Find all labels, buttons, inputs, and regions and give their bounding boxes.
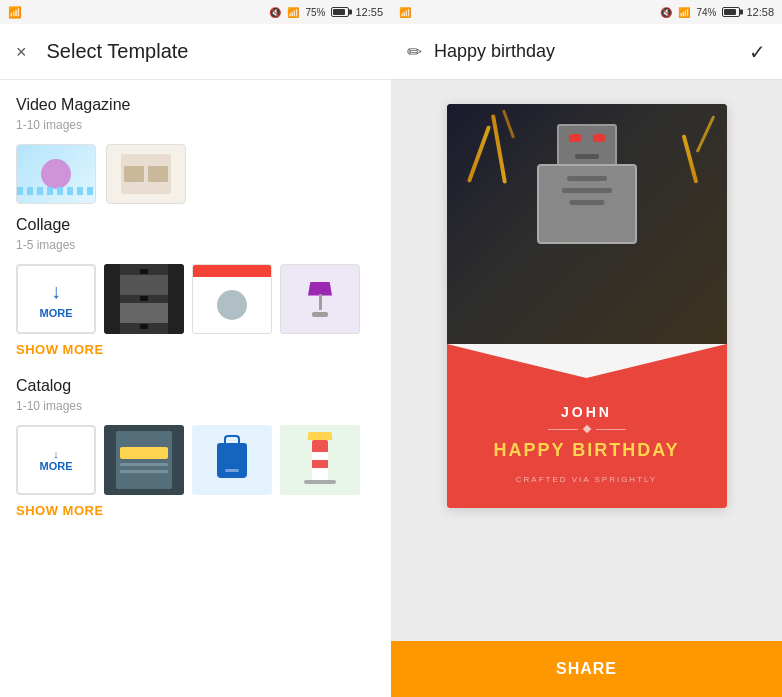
card-recipient-name: JOHN <box>463 404 711 420</box>
catalog-show-more[interactable]: SHOW MORE <box>16 503 375 518</box>
left-battery-percent: 75% <box>305 7 325 18</box>
left-time: 12:55 <box>355 6 383 18</box>
fridge-shelf-1 <box>120 463 168 466</box>
right-header: ✏ Happy birthday ✓ <box>391 24 782 80</box>
card-envelope: JOHN HAPPY BIRTHDAY CRAFTED VIA SPRIGHTL… <box>447 344 727 508</box>
template-thumb-chair[interactable] <box>192 264 272 334</box>
lamp-shape <box>310 282 330 317</box>
section-video-magazine: Video Magazine 1-10 images <box>16 96 375 204</box>
page-title: Select Template <box>47 40 189 63</box>
template-thumb-film[interactable] <box>104 264 184 334</box>
right-signal-icon: 📶 <box>678 7 690 18</box>
signal-icon: 📶 <box>287 7 299 18</box>
bag-shape <box>217 443 247 478</box>
lamp-base <box>312 312 328 317</box>
wifi-icon: 📶 <box>8 6 22 19</box>
robot-body <box>537 164 637 244</box>
chair-circle <box>217 290 247 320</box>
film-image-1 <box>120 275 168 295</box>
chair-top-bar <box>193 265 271 277</box>
left-status-right: 🔇 📶 75% 12:55 <box>269 6 383 18</box>
divider-line-right <box>596 429 626 430</box>
catalog-thumbs-row: ↓ MORE <box>16 425 375 495</box>
left-status-icons: 📶 <box>8 6 22 19</box>
card-preview-area: JOHN HAPPY BIRTHDAY CRAFTED VIA SPRIGHTL… <box>391 80 782 641</box>
fridge-body <box>116 431 172 489</box>
confirm-button[interactable]: ✓ <box>749 40 766 64</box>
right-status-right: 🔇 📶 74% 12:58 <box>660 6 774 18</box>
right-panel: 📶 🔇 📶 74% 12:58 ✏ Happy birthday ✓ <box>391 0 782 697</box>
section-subtitle-catalog: 1-10 images <box>16 399 375 413</box>
mute-icon: 🔇 <box>269 7 281 18</box>
section-subtitle-video-magazine: 1-10 images <box>16 118 375 132</box>
card-crafted-text: CRAFTED VIA SPRIGHTLY <box>463 475 711 484</box>
lighthouse-body <box>312 440 328 480</box>
envelope-flap-white <box>447 344 727 384</box>
template-thumb-bag[interactable] <box>192 425 272 495</box>
video-magazine-thumbs <box>16 144 375 204</box>
vm-thumb-inner <box>121 154 171 194</box>
template-thumb-fridge[interactable] <box>104 425 184 495</box>
right-battery-percent: 74% <box>696 7 716 18</box>
robot-head <box>557 124 617 169</box>
share-button-label: SHARE <box>556 660 617 678</box>
robot-eye-right <box>593 134 605 142</box>
lighthouse-light <box>308 432 332 440</box>
card-body-text: JOHN HAPPY BIRTHDAY CRAFTED VIA SPRIGHTL… <box>447 384 727 508</box>
bag-handle <box>224 435 240 443</box>
right-wifi-icon: 📶 <box>399 7 411 18</box>
card-divider <box>463 426 711 432</box>
catalog-download-icon: ↓ <box>53 448 59 460</box>
catalog-more-button[interactable]: ↓ MORE <box>16 425 96 495</box>
card-title: Happy birthday <box>434 41 555 62</box>
right-mute-icon: 🔇 <box>660 7 672 18</box>
edit-icon: ✏ <box>407 41 422 63</box>
section-title-catalog: Catalog <box>16 377 375 395</box>
film-hole-3 <box>140 324 148 329</box>
collage-thumbs-row: ↓ MORE <box>16 264 375 334</box>
lamp-pole <box>319 294 322 310</box>
envelope-flap <box>447 344 727 384</box>
section-subtitle-collage: 1-5 images <box>16 238 375 252</box>
section-catalog: Catalog 1-10 images ↓ MORE <box>16 377 375 518</box>
left-status-bar: 📶 🔇 📶 75% 12:55 <box>0 0 391 24</box>
film-image-2 <box>120 303 168 323</box>
robot-eye-left <box>569 134 581 142</box>
section-title-video-magazine: Video Magazine <box>16 96 375 114</box>
film-hole-2 <box>140 296 148 301</box>
film-strip <box>120 264 168 334</box>
right-status-bar: 📶 🔇 📶 74% 12:58 <box>391 0 782 24</box>
left-header: × Select Template <box>0 24 391 80</box>
catalog-more-label: MORE <box>40 460 73 472</box>
left-panel: 📶 🔇 📶 75% 12:55 × Select Template Video … <box>0 0 391 697</box>
divider-diamond <box>582 425 590 433</box>
template-thumb-lighthouse[interactable] <box>280 425 360 495</box>
film-hole-1 <box>140 269 148 274</box>
vm-photo <box>124 166 144 182</box>
right-status-icons-left: 📶 <box>399 7 411 18</box>
close-button[interactable]: × <box>16 43 27 61</box>
template-list: Video Magazine 1-10 images Collage 1-5 i… <box>0 80 391 697</box>
collage-more-button[interactable]: ↓ MORE <box>16 264 96 334</box>
share-button[interactable]: SHARE <box>391 641 782 697</box>
collage-show-more[interactable]: SHOW MORE <box>16 342 375 357</box>
template-thumb-vm-2[interactable] <box>106 144 186 204</box>
left-battery-icon <box>331 7 349 17</box>
right-battery-icon <box>722 7 740 17</box>
divider-line-left <box>548 429 578 430</box>
robot-mouth <box>575 154 599 159</box>
chair-body <box>193 277 271 333</box>
right-header-left: ✏ Happy birthday <box>407 41 555 63</box>
birthday-card: JOHN HAPPY BIRTHDAY CRAFTED VIA SPRIGHTL… <box>447 104 727 508</box>
template-thumb-vm-1[interactable] <box>16 144 96 204</box>
section-title-collage: Collage <box>16 216 375 234</box>
template-thumb-lamp[interactable] <box>280 264 360 334</box>
right-time: 12:58 <box>746 6 774 18</box>
fridge-shelf-2 <box>120 470 168 473</box>
more-label: MORE <box>40 307 73 319</box>
card-image <box>447 104 727 344</box>
vm-photo-2 <box>148 166 168 182</box>
card-birthday-message: HAPPY BIRTHDAY <box>463 440 711 461</box>
section-collage: Collage 1-5 images ↓ MORE <box>16 216 375 357</box>
download-icon: ↓ <box>51 280 61 303</box>
